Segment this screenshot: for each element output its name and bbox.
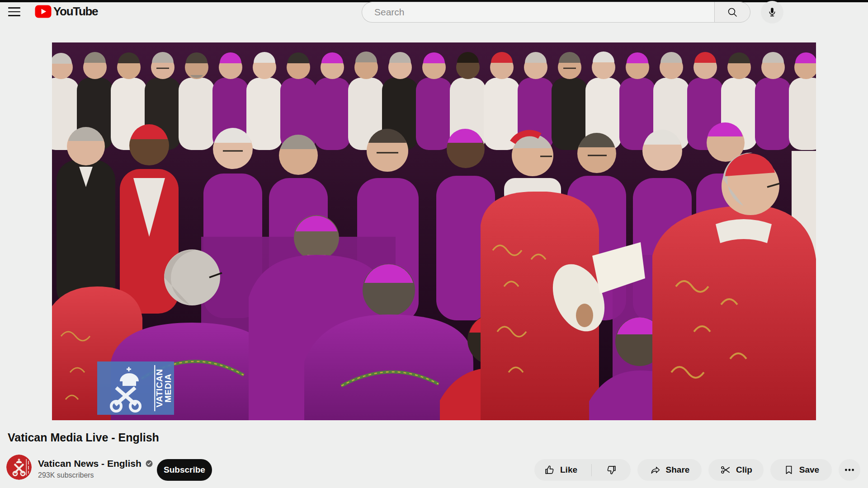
save-label: Save	[799, 465, 819, 475]
save-button[interactable]: Save	[770, 459, 832, 481]
more-actions-button[interactable]	[839, 459, 860, 481]
youtube-play-icon	[35, 5, 52, 18]
vatican-media-watermark: VATICAN MEDIA	[97, 361, 174, 415]
youtube-logo[interactable]: YouTube	[35, 5, 98, 18]
like-button[interactable]: Like	[534, 459, 591, 481]
hamburger-icon	[8, 7, 20, 9]
subscribe-button[interactable]: Subscribe	[157, 459, 212, 481]
search-input[interactable]	[362, 2, 714, 23]
action-buttons-row: Like Share	[534, 459, 860, 481]
crowd-back-row	[52, 52, 816, 150]
search-button[interactable]	[714, 2, 750, 23]
video-player[interactable]: VATICAN MEDIA	[52, 42, 816, 420]
video-frame: VATICAN MEDIA	[52, 42, 816, 420]
scissors-icon	[720, 464, 731, 476]
video-title: Vatican Media Live - English	[8, 430, 159, 445]
clip-label: Clip	[736, 465, 752, 475]
channel-name-row: Vatican News - English	[38, 458, 153, 469]
vatican-news-logo-icon	[6, 455, 32, 480]
thumbs-up-icon	[544, 464, 556, 476]
mic-icon	[766, 6, 778, 18]
watermark-text-media: MEDIA	[163, 374, 173, 403]
search-icon	[726, 6, 738, 18]
share-button[interactable]: Share	[637, 459, 702, 481]
youtube-page: YouTube	[0, 0, 868, 488]
voice-search-button[interactable]	[761, 1, 783, 23]
clip-button[interactable]: Clip	[708, 459, 764, 481]
dislike-button[interactable]	[592, 459, 631, 481]
watermark-text-vatican: VATICAN	[155, 369, 164, 407]
youtube-wordmark: YouTube	[53, 5, 98, 18]
like-dislike-pill: Like	[534, 459, 631, 481]
search-bar	[362, 2, 750, 23]
thumbs-down-icon	[605, 464, 617, 476]
subscriber-count: 293K subscribers	[38, 471, 94, 480]
menu-button[interactable]	[8, 5, 23, 18]
share-label: Share	[666, 465, 690, 475]
channel-name[interactable]: Vatican News - English	[38, 458, 142, 469]
more-icon	[844, 464, 855, 476]
channel-avatar[interactable]	[6, 455, 32, 480]
like-label: Like	[560, 465, 577, 475]
bookmark-icon	[783, 464, 795, 476]
share-icon	[650, 464, 661, 476]
verified-badge-icon	[145, 460, 153, 468]
